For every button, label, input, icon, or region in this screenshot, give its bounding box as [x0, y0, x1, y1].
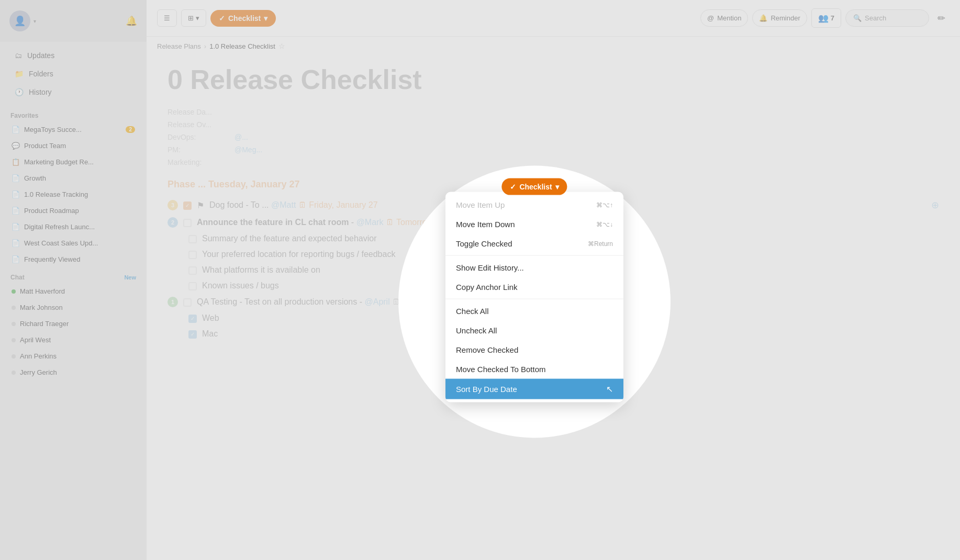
menu-item-uncheck-all[interactable]: Uncheck All — [445, 321, 623, 340]
menu-item-sort-due-date-label: Sort By Due Date — [456, 385, 517, 394]
menu-item-copy-anchor[interactable]: Copy Anchor Link — [445, 277, 623, 297]
menu-item-move-up[interactable]: Move Item Up ⌘⌥↑ — [445, 195, 623, 215]
cursor-icon: ↖ — [606, 384, 613, 394]
menu-item-check-all-label: Check All — [456, 307, 489, 316]
dropdown-menu: Move Item Up ⌘⌥↑ Move Item Down ⌘⌥↓ Togg… — [445, 192, 623, 402]
menu-item-toggle-checked-shortcut: ⌘Return — [588, 240, 613, 247]
menu-item-move-down[interactable]: Move Item Down ⌘⌥↓ — [445, 215, 623, 234]
menu-item-show-history[interactable]: Show Edit History... — [445, 258, 623, 277]
checklist-dropdown-button[interactable]: ✓ Checklist ▾ — [501, 178, 567, 195]
menu-item-remove-checked[interactable]: Remove Checked — [445, 340, 623, 360]
menu-item-sort-due-date[interactable]: Sort By Due Date ↖ — [445, 379, 623, 399]
menu-item-move-up-label: Move Item Up — [456, 200, 505, 209]
menu-item-move-to-bottom-label: Move Checked To Bottom — [456, 365, 545, 374]
menu-divider-2 — [445, 299, 623, 299]
menu-item-move-down-label: Move Item Down — [456, 220, 515, 229]
checklist-dropdown-label: Checklist — [519, 183, 552, 191]
menu-item-copy-anchor-label: Copy Anchor Link — [456, 283, 518, 292]
menu-item-uncheck-all-label: Uncheck All — [456, 326, 497, 335]
menu-item-move-up-shortcut: ⌘⌥↑ — [596, 201, 613, 208]
menu-item-move-down-shortcut: ⌘⌥↓ — [596, 220, 613, 228]
checklist-dropdown-chevron-icon: ▾ — [555, 183, 559, 191]
menu-item-show-history-label: Show Edit History... — [456, 263, 524, 272]
menu-item-remove-checked-label: Remove Checked — [456, 345, 518, 354]
menu-item-move-to-bottom[interactable]: Move Checked To Bottom — [445, 360, 623, 379]
checklist-trigger-area: ✓ Checklist ▾ — [501, 178, 567, 195]
menu-item-toggle-checked[interactable]: Toggle Checked ⌘Return — [445, 234, 623, 253]
menu-divider-1 — [445, 255, 623, 256]
checklist-check-icon-2: ✓ — [510, 183, 516, 191]
menu-item-toggle-checked-label: Toggle Checked — [456, 239, 512, 248]
menu-item-check-all[interactable]: Check All — [445, 301, 623, 321]
spotlight: ✓ Checklist ▾ Move Item Up ⌘⌥↑ Move Item… — [398, 166, 671, 438]
